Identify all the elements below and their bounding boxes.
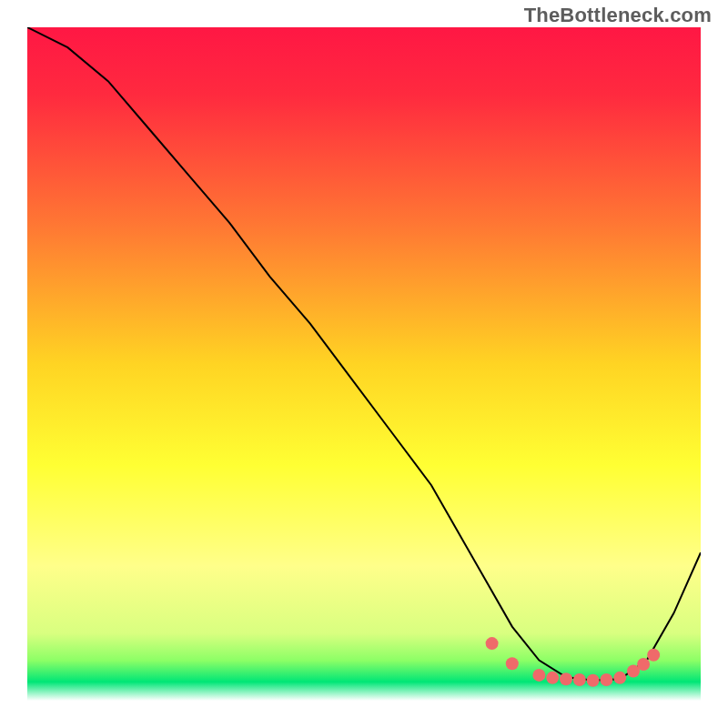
- scatter-dot: [587, 674, 600, 687]
- scatter-dot: [637, 658, 650, 671]
- plot-area: [27, 27, 701, 701]
- scatter-dot: [506, 657, 519, 670]
- gradient-background: [27, 27, 701, 701]
- scatter-dot: [560, 672, 572, 685]
- scatter-dot: [532, 669, 545, 682]
- scatter-dot: [573, 673, 586, 686]
- scatter-dot: [647, 649, 660, 662]
- scatter-dot: [546, 672, 559, 684]
- scatter-dot: [600, 673, 612, 686]
- scatter-dot: [486, 637, 499, 650]
- watermark-text: TheBottleneck.com: [524, 4, 712, 27]
- plot-svg: [27, 27, 701, 701]
- scatter-dot: [613, 672, 626, 684]
- chart-frame: TheBottleneck.com: [0, 0, 728, 728]
